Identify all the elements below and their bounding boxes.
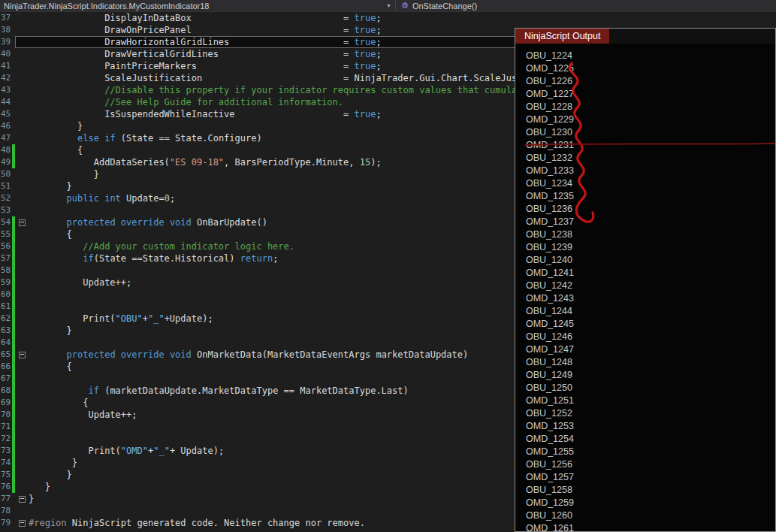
fold-margin <box>15 120 29 132</box>
output-line[interactable]: OBU_1239 <box>526 241 775 254</box>
line-number: 46 <box>0 120 12 132</box>
fold-margin <box>15 48 29 60</box>
collapse-minus-icon[interactable] <box>19 219 26 226</box>
output-line[interactable]: OMD_1225 <box>526 62 775 75</box>
ninjascript-output-window: NinjaScript Output OBU_1224OMD_1225OBU_1… <box>515 28 776 532</box>
fold-margin <box>15 481 29 493</box>
output-line[interactable]: OBU_1260 <box>526 509 775 522</box>
line-number: 39 <box>0 36 12 48</box>
output-line[interactable]: OBU_1249 <box>526 369 775 382</box>
line-number: 57 <box>0 252 12 264</box>
collapse-minus-icon[interactable] <box>19 496 26 503</box>
fold-margin <box>15 132 29 144</box>
member-dropdown-value: OnStateChange() <box>412 2 477 11</box>
line-number: 69 <box>0 397 12 409</box>
line-number: 62 <box>0 313 12 325</box>
fold-margin <box>15 409 29 421</box>
output-line[interactable]: OBU_1250 <box>526 382 775 394</box>
fold-margin[interactable] <box>15 349 29 361</box>
output-line[interactable]: OMD_1243 <box>526 292 775 305</box>
line-number: 40 <box>0 48 12 60</box>
output-line[interactable]: OBU_1238 <box>526 228 775 241</box>
output-line[interactable]: OMD_1261 <box>526 522 775 531</box>
output-line[interactable]: OBU_1244 <box>526 305 775 318</box>
line-number: 41 <box>0 60 12 72</box>
output-line[interactable]: OBU_1240 <box>526 254 775 267</box>
fold-margin[interactable] <box>15 216 29 228</box>
fold-margin <box>15 204 29 216</box>
output-line[interactable]: OMD_1231 <box>526 139 775 152</box>
collapse-minus-icon[interactable] <box>19 520 26 527</box>
output-line[interactable]: OBU_1252 <box>526 407 775 420</box>
line-number: 54 <box>0 216 12 228</box>
fold-margin <box>15 84 29 96</box>
fold-margin <box>15 24 29 36</box>
output-line[interactable]: OMD_1233 <box>526 165 775 177</box>
line-number: 76 <box>0 481 12 493</box>
code-line-37[interactable]: 37 DisplayInDataBox = true; <box>0 12 776 24</box>
output-line[interactable]: OMD_1255 <box>526 446 775 458</box>
fold-margin[interactable] <box>15 517 29 529</box>
fold-margin <box>15 397 29 409</box>
line-number: 42 <box>0 72 12 84</box>
output-line[interactable]: OBU_1226 <box>526 75 775 88</box>
output-line[interactable]: OMD_1229 <box>526 113 775 126</box>
output-line[interactable]: OMD_1227 <box>526 88 775 101</box>
output-line[interactable]: OBU_1232 <box>526 152 775 165</box>
output-line[interactable]: OMD_1241 <box>526 267 775 280</box>
output-window-title[interactable]: NinjaScript Output <box>515 29 609 44</box>
output-line[interactable]: OBU_1248 <box>526 356 775 369</box>
output-line[interactable]: OBU_1236 <box>526 203 775 216</box>
output-window-header: NinjaScript Output <box>515 29 775 44</box>
fold-margin <box>15 469 29 481</box>
line-number: 45 <box>0 108 12 120</box>
output-line[interactable]: OMD_1254 <box>526 433 775 446</box>
line-number: 74 <box>0 457 12 469</box>
output-line[interactable]: OBU_1230 <box>526 126 775 139</box>
member-dropdown[interactable]: ⚙ OnStateChange() <box>396 0 776 11</box>
line-number: 38 <box>0 24 12 36</box>
output-line[interactable]: OBU_1234 <box>526 177 775 190</box>
line-number: 71 <box>0 421 12 433</box>
line-number: 51 <box>0 180 12 192</box>
line-number: 37 <box>0 12 12 24</box>
output-line[interactable]: OMD_1245 <box>526 318 775 331</box>
output-line[interactable]: OBU_1224 <box>526 50 775 62</box>
editor-navigation-bar: NinjaTrader.NinjaScript.Indicators.MyCus… <box>0 0 776 12</box>
type-dropdown[interactable]: NinjaTrader.NinjaScript.Indicators.MyCus… <box>0 0 396 11</box>
output-line[interactable]: OMD_1253 <box>526 420 775 433</box>
output-line[interactable]: OMD_1235 <box>526 190 775 203</box>
line-number: 48 <box>0 144 12 156</box>
method-icon: ⚙ <box>401 2 409 10</box>
output-line[interactable]: OBU_1256 <box>526 458 775 471</box>
fold-margin <box>15 12 29 24</box>
line-number: 68 <box>0 385 12 397</box>
fold-margin <box>15 421 29 433</box>
output-line[interactable]: OMD_1259 <box>526 497 775 509</box>
output-line[interactable]: OMD_1237 <box>526 216 775 228</box>
line-number: 55 <box>0 228 12 240</box>
output-line[interactable]: OMD_1247 <box>526 343 775 356</box>
fold-margin <box>15 337 29 349</box>
line-number: 49 <box>0 156 12 168</box>
output-line[interactable]: OMD_1251 <box>526 394 775 407</box>
fold-margin[interactable] <box>15 493 29 505</box>
fold-margin <box>15 252 29 264</box>
line-number: 63 <box>0 325 12 337</box>
output-line[interactable]: OMD_1257 <box>526 471 775 484</box>
fold-margin <box>15 289 29 301</box>
output-line[interactable]: OBU_1228 <box>526 101 775 113</box>
line-number: 61 <box>0 301 12 313</box>
line-number: 53 <box>0 204 12 216</box>
line-number: 65 <box>0 349 12 361</box>
fold-margin <box>15 108 29 120</box>
output-list[interactable]: OBU_1224OMD_1225OBU_1226OMD_1227OBU_1228… <box>515 44 775 531</box>
output-line[interactable]: OBU_1242 <box>526 280 775 292</box>
line-number: 78 <box>0 505 12 517</box>
fold-margin <box>15 361 29 373</box>
collapse-minus-icon[interactable] <box>19 352 26 358</box>
output-line[interactable]: OBU_1246 <box>526 331 775 343</box>
output-line[interactable]: OBU_1258 <box>526 484 775 497</box>
line-number: 58 <box>0 264 12 277</box>
fold-margin <box>15 457 29 469</box>
